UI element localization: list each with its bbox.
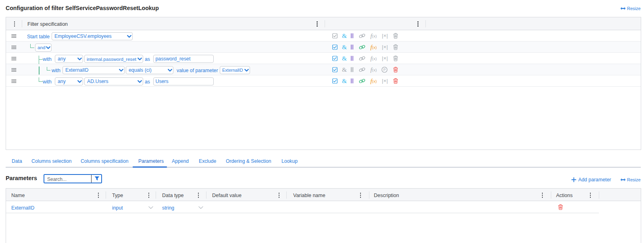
svg-text:P: P [383,68,386,72]
